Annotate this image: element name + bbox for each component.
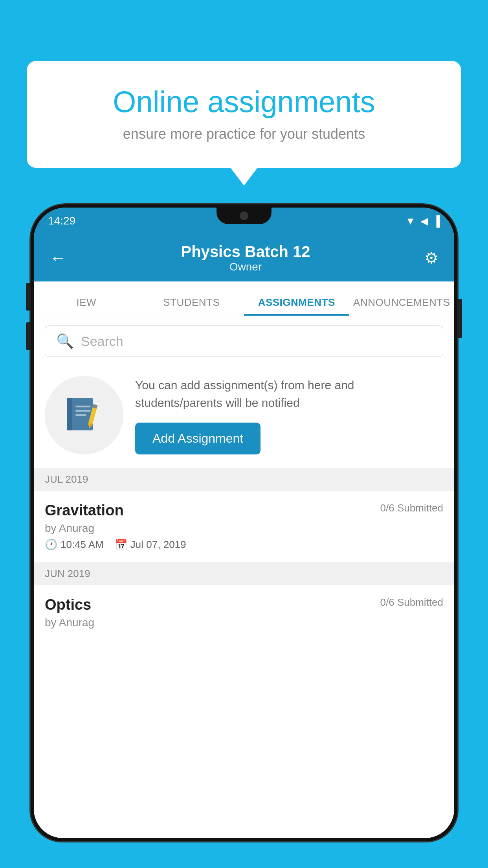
assignment-submitted-gravitation: 0/6 Submitted bbox=[380, 502, 443, 514]
add-assignment-button[interactable]: Add Assignment bbox=[135, 423, 261, 454]
month-divider-jun: JUN 2019 bbox=[34, 562, 454, 585]
header-subtitle: Owner bbox=[67, 261, 424, 273]
status-icons: ▼ ◀ ▐ bbox=[405, 215, 440, 227]
volume-up-button bbox=[26, 283, 31, 311]
header-center: Physics Batch 12 Owner bbox=[67, 243, 424, 273]
speech-bubble-title: Online assignments bbox=[54, 85, 434, 119]
search-icon: 🔍 bbox=[56, 333, 74, 349]
assignment-title-gravitation: Gravitation bbox=[45, 502, 124, 519]
content-area: 🔍 Search bbox=[34, 316, 454, 644]
assignment-title-optics: Optics bbox=[45, 596, 91, 613]
status-time: 14:29 bbox=[48, 215, 75, 227]
svg-rect-1 bbox=[67, 398, 72, 430]
assignment-time: 10:45 AM bbox=[61, 539, 104, 551]
phone-screen: 14:29 ▼ ◀ ▐ ← Physics Batch 12 Owner ⚙ bbox=[34, 208, 454, 838]
tabs-container: IEW STUDENTS ASSIGNMENTS ANNOUNCEMENTS bbox=[34, 281, 454, 316]
phone-outer: 14:29 ▼ ◀ ▐ ← Physics Batch 12 Owner ⚙ bbox=[31, 204, 457, 841]
search-box[interactable]: 🔍 Search bbox=[45, 326, 443, 357]
camera bbox=[240, 211, 248, 220]
assignment-meta-gravitation: 🕐 10:45 AM 📅 Jul 07, 2019 bbox=[45, 539, 443, 551]
signal-icon: ◀ bbox=[420, 215, 428, 227]
assignment-by-gravitation: by Anurag bbox=[45, 522, 443, 535]
speech-bubble: Online assignments ensure more practice … bbox=[27, 61, 461, 168]
info-right: You can add assignment(s) from here and … bbox=[135, 376, 443, 454]
assignment-optics[interactable]: Optics 0/6 Submitted by Anurag bbox=[34, 585, 454, 644]
info-text: You can add assignment(s) from here and … bbox=[135, 376, 443, 412]
notebook-icon-container bbox=[45, 376, 123, 454]
assignment-gravitation[interactable]: Gravitation 0/6 Submitted by Anurag 🕐 10… bbox=[34, 491, 454, 562]
meta-date: 📅 Jul 07, 2019 bbox=[115, 539, 186, 551]
tab-assignments[interactable]: ASSIGNMENTS bbox=[244, 296, 349, 316]
back-button[interactable]: ← bbox=[50, 248, 67, 268]
notch bbox=[216, 208, 272, 224]
speech-bubble-subtitle: ensure more practice for your students bbox=[54, 126, 434, 142]
wifi-icon: ▼ bbox=[405, 215, 416, 227]
svg-rect-4 bbox=[75, 414, 86, 416]
notebook-icon bbox=[62, 394, 106, 437]
assignment-submitted-optics: 0/6 Submitted bbox=[380, 596, 443, 609]
clock-icon: 🕐 bbox=[45, 539, 57, 551]
speech-bubble-container: Online assignments ensure more practice … bbox=[27, 61, 461, 168]
calendar-icon: 📅 bbox=[115, 539, 127, 551]
assignment-date: Jul 07, 2019 bbox=[130, 539, 186, 551]
month-divider-jul: JUL 2019 bbox=[34, 468, 454, 491]
battery-icon: ▐ bbox=[433, 215, 440, 227]
svg-rect-2 bbox=[75, 406, 91, 407]
svg-rect-3 bbox=[75, 410, 91, 412]
search-placeholder: Search bbox=[81, 334, 123, 349]
volume-down-button bbox=[26, 322, 31, 350]
assignment-by-optics: by Anurag bbox=[45, 616, 443, 629]
app-header: ← Physics Batch 12 Owner ⚙ bbox=[34, 234, 454, 281]
info-section: You can add assignment(s) from here and … bbox=[34, 365, 454, 468]
tab-students[interactable]: STUDENTS bbox=[139, 296, 244, 316]
assignment-optics-header: Optics 0/6 Submitted bbox=[45, 596, 443, 613]
header-title: Physics Batch 12 bbox=[67, 243, 424, 261]
phone-container: 14:29 ▼ ◀ ▐ ← Physics Batch 12 Owner ⚙ bbox=[31, 204, 457, 868]
tab-iew[interactable]: IEW bbox=[34, 296, 139, 316]
search-container: 🔍 Search bbox=[34, 316, 454, 365]
settings-icon[interactable]: ⚙ bbox=[424, 249, 438, 267]
power-button bbox=[457, 299, 462, 338]
tab-announcements[interactable]: ANNOUNCEMENTS bbox=[349, 296, 455, 316]
meta-time: 🕐 10:45 AM bbox=[45, 539, 104, 551]
assignment-header: Gravitation 0/6 Submitted bbox=[45, 502, 443, 519]
